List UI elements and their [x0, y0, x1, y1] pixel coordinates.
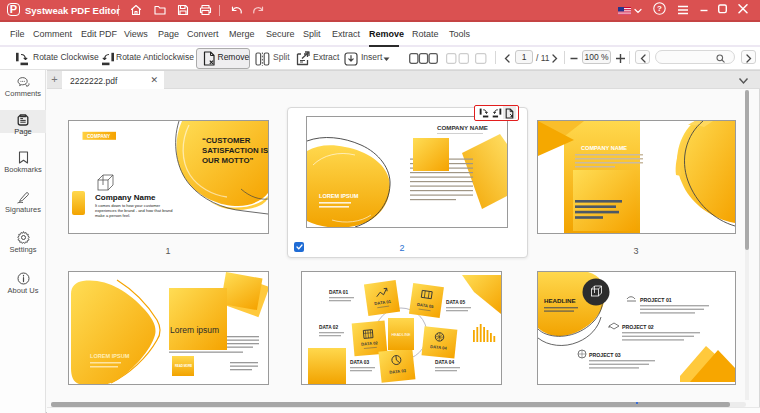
svg-text:COMPANY NAME: COMPANY NAME	[581, 145, 627, 151]
svg-text:DATA 03: DATA 03	[350, 360, 369, 365]
svg-text:make a person feel.: make a person feel.	[95, 213, 130, 218]
svg-text:PROJECT 02: PROJECT 02	[622, 324, 654, 330]
svg-text:“CUSTOMER: “CUSTOMER	[202, 136, 251, 145]
svg-text:DATA 04: DATA 04	[435, 360, 454, 365]
svg-text:Company Name: Company Name	[95, 193, 156, 202]
svg-text:COMPANY: COMPANY	[87, 134, 110, 139]
svg-text:DATA 01: DATA 01	[329, 290, 348, 295]
svg-text:LOREM IPSUM: LOREM IPSUM	[319, 193, 359, 199]
svg-text:SATISFACTION IS: SATISFACTION IS	[202, 146, 268, 155]
svg-text:OUR MOTTO”: OUR MOTTO”	[202, 156, 254, 165]
svg-text:Lorem ipsum: Lorem ipsum	[170, 325, 219, 335]
svg-text:HEADLINE: HEADLINE	[392, 333, 411, 337]
svg-text:COMPANY NAME: COMPANY NAME	[437, 124, 488, 131]
svg-text:LOREM IPSUM: LOREM IPSUM	[90, 353, 130, 359]
svg-text:?: ?	[657, 4, 662, 13]
svg-text:PROJECT 01: PROJECT 01	[640, 297, 672, 303]
svg-text:READ MORE: READ MORE	[175, 364, 192, 368]
svg-text:PROJECT 03: PROJECT 03	[589, 352, 621, 358]
svg-text:HEADLINE: HEADLINE	[544, 297, 576, 304]
svg-text:DATA 02: DATA 02	[319, 325, 338, 330]
svg-text:DATA 05: DATA 05	[446, 300, 465, 305]
